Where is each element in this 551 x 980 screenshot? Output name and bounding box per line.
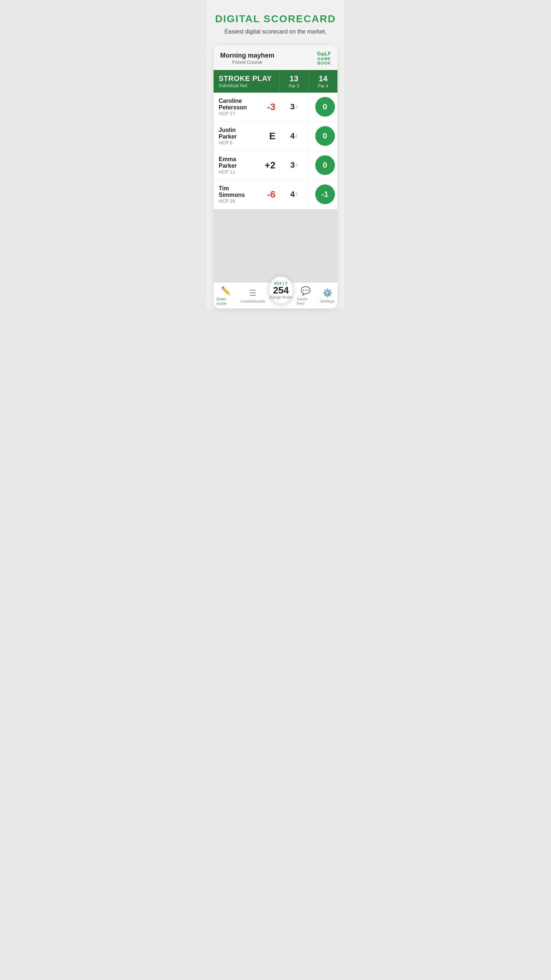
scorecard-card: Morning mayhem Forest Course GLF GAME BO… <box>214 45 337 309</box>
game-sub: Individual Net <box>219 83 274 88</box>
nav-leaderboards-label: Leaderboards <box>240 299 265 303</box>
hole-13-header: 13 Par 3 <box>279 70 308 92</box>
hole-13-score: 33 <box>279 157 308 173</box>
hole-badge: -1 <box>315 185 335 204</box>
hole-13-score: 44 <box>279 127 308 145</box>
hole-badge: 0 <box>315 97 335 117</box>
nav-leaderboards[interactable]: ☰ Leaderboards <box>238 288 268 303</box>
sh-name: STROKE PLAY Individual Net <box>214 70 279 92</box>
player-name: Justin Parker <box>219 127 252 140</box>
bottom-nav: ✏️ Enter score ☰ Leaderboards H14 | Y 25… <box>214 282 337 309</box>
player-hcp: HCP 6 <box>219 140 252 145</box>
logo-box: GLF GAME BOOK <box>317 51 331 65</box>
hole-14-score: 0 <box>308 123 337 150</box>
game-type: STROKE PLAY <box>219 75 274 83</box>
nav-game-feed-label: Game feed <box>297 297 314 305</box>
rf-distance: 254 <box>273 285 289 295</box>
hole-13-num: 13 <box>289 74 298 83</box>
table-row[interactable]: Emma Parker HCP 11 +2 33 0 <box>214 151 337 180</box>
hole-13-par: Par 3 <box>289 83 299 89</box>
tournament-info: Morning mayhem Forest Course <box>220 52 275 65</box>
rf-label: Range finder <box>269 295 292 299</box>
nav-enter-score[interactable]: ✏️ Enter score <box>214 286 238 305</box>
hole-14-num: 14 <box>319 74 327 83</box>
table-row[interactable]: Caroline Petersson HCP 17 -3 33 0 <box>214 92 337 122</box>
player-info: Justin Parker HCP 6 <box>214 122 257 151</box>
nav-enter-score-label: Enter score <box>216 297 235 305</box>
player-hcp: HCP 26 <box>219 198 252 204</box>
page-title: DIGITAL SCORECARD <box>215 13 336 25</box>
table-row[interactable]: Justin Parker HCP 6 E 44 0 <box>214 122 337 151</box>
nav-settings-label: Settings <box>320 299 335 303</box>
table-row[interactable]: Tim Simmons HCP 26 -6 43 -1 <box>214 180 337 209</box>
player-name: Tim Simmons <box>219 185 252 198</box>
hole-14-header: 14 Par 4 <box>308 70 337 92</box>
phone-wrapper: DIGITAL SCORECARD Easiest digital scorec… <box>206 0 345 309</box>
chat-icon: 💬 <box>301 286 310 296</box>
hole-14-score: 0 <box>308 152 337 179</box>
scorecard-header-row: STROKE PLAY Individual Net 13 Par 3 14 P… <box>214 70 337 92</box>
hole-13-score: 43 <box>279 186 308 203</box>
player-info: Emma Parker HCP 11 <box>214 151 257 180</box>
logo: GLF GAME BOOK <box>317 51 331 65</box>
player-info: Tim Simmons HCP 26 <box>214 180 257 209</box>
hole-badge: 0 <box>315 126 335 146</box>
player-total-score: -6 <box>257 189 279 200</box>
hole-badge: 0 <box>315 155 335 175</box>
hole-14-score: -1 <box>308 181 337 208</box>
player-name: Emma Parker <box>219 156 252 169</box>
gray-area <box>214 209 337 282</box>
hole-14-par: Par 4 <box>318 83 328 89</box>
range-finder-button[interactable]: H14 | Y 254 Range finder <box>268 276 294 304</box>
course-name: Forest Course <box>220 59 275 65</box>
player-info: Caroline Petersson HCP 17 <box>214 92 257 121</box>
page-subtitle: Easiest digital scorecard on the market. <box>224 29 327 35</box>
player-hcp: HCP 11 <box>219 169 252 175</box>
nav-game-feed[interactable]: 💬 Game feed <box>294 286 317 305</box>
hole-14-score: 0 <box>308 93 337 120</box>
gear-icon: ⚙️ <box>322 288 332 298</box>
player-name: Caroline Petersson <box>219 98 252 111</box>
player-total-score: E <box>257 130 279 142</box>
player-total-score: -3 <box>257 101 279 113</box>
card-header: Morning mayhem Forest Course GLF GAME BO… <box>214 45 337 70</box>
player-hcp: HCP 17 <box>219 111 252 116</box>
nav-settings[interactable]: ⚙️ Settings <box>317 288 337 303</box>
player-total-score: +2 <box>257 160 279 171</box>
tournament-name: Morning mayhem <box>220 52 275 59</box>
hole-13-score: 33 <box>279 99 308 115</box>
leaderboard-icon: ☰ <box>249 288 257 298</box>
pencil-icon: ✏️ <box>221 286 231 296</box>
